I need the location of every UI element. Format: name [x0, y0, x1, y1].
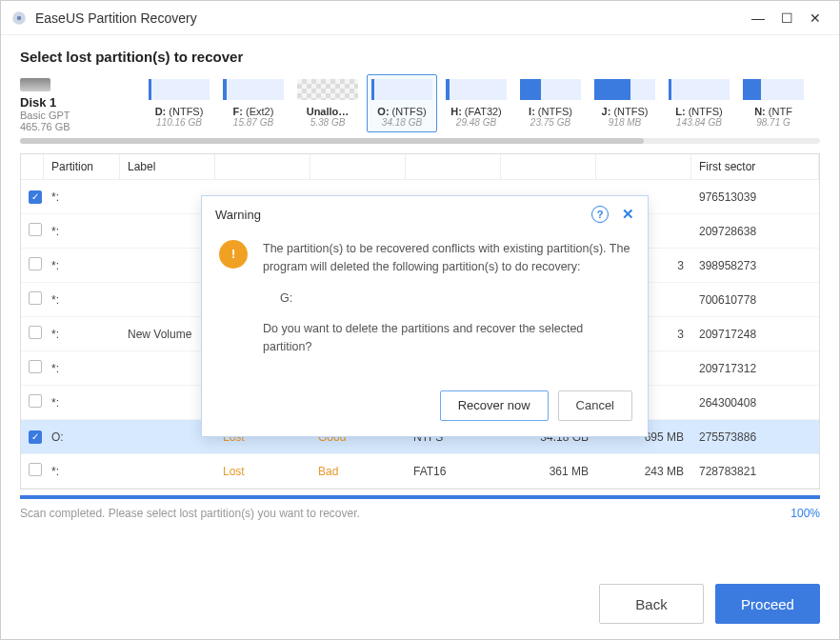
partition-card-label: N: (NTF — [754, 106, 792, 117]
partition-card[interactable]: H: (FAT32)29.48 GB — [441, 74, 511, 132]
status-bar: Scan completed. Please select lost parti… — [1, 499, 839, 520]
row-checkbox[interactable] — [29, 394, 42, 408]
partition-card-size: 110.16 GB — [156, 117, 202, 128]
partition-card-size: 5.38 GB — [310, 117, 346, 128]
partition-card-label: L: (NTFS) — [675, 106, 723, 117]
warning-icon: ! — [219, 240, 248, 269]
th-recoverability[interactable] — [310, 154, 406, 179]
partition-card-size: 15.87 GB — [233, 117, 273, 128]
partition-card-size: 143.84 GB — [676, 117, 722, 128]
svg-point-1 — [17, 15, 22, 20]
dialog-message-2: Do you want to delete the partitions and… — [263, 320, 630, 356]
strip-scrollbar[interactable] — [20, 138, 820, 144]
partition-card-label: Unallo… — [307, 106, 350, 117]
cell-recoverability: Bad — [310, 465, 406, 478]
partition-card[interactable]: I: (NTFS)23.75 GB — [515, 74, 586, 132]
partition-card-label: O: (NTFS) — [377, 106, 426, 117]
maximize-button[interactable]: ☐ — [772, 7, 801, 30]
partition-card[interactable]: L: (NTFS)143.84 GB — [664, 74, 734, 132]
cell-first-sector: 209717312 — [691, 362, 819, 375]
dialog-message-1: The partition(s) to be recovered conflic… — [263, 240, 630, 276]
row-checkbox[interactable] — [29, 360, 42, 373]
row-checkbox[interactable] — [29, 223, 42, 236]
partition-card-label: F: (Ext2) — [233, 106, 274, 117]
th-partition[interactable]: Partition — [44, 154, 120, 179]
row-checkbox[interactable] — [29, 463, 42, 476]
th-first-sector[interactable]: First sector — [691, 154, 819, 179]
warning-dialog: Warning ? ✕ ! The partition(s) to be rec… — [201, 195, 649, 437]
partition-card-label: H: (FAT32) — [450, 106, 502, 117]
cell-used: 243 MB — [596, 465, 691, 478]
cell-partition: O: — [44, 430, 120, 444]
help-icon[interactable]: ? — [591, 206, 609, 223]
th-used[interactable] — [596, 154, 691, 179]
cell-first-sector: 700610778 — [691, 293, 819, 307]
row-checkbox[interactable] — [29, 326, 42, 339]
cell-partition: *: — [44, 362, 120, 375]
partition-card[interactable]: D: (NTFS)110.16 GB — [144, 74, 214, 132]
disk-strip: Disk 1 Basic GPT 465.76 GB D: (NTFS)110.… — [1, 74, 839, 138]
th-label[interactable]: Label — [120, 154, 215, 179]
disk-size: 465.76 GB — [20, 121, 134, 132]
table-row[interactable]: *:LostBadFAT16361 MB243 MB728783821 — [21, 454, 819, 489]
proceed-button[interactable]: Proceed — [715, 584, 820, 624]
cell-first-sector: 209717248 — [691, 328, 819, 341]
th-filesystem[interactable] — [406, 154, 501, 179]
app-title: EaseUS Partition Recovery — [35, 10, 744, 26]
page-heading: Select lost partition(s) to recover — [1, 35, 839, 74]
partition-card[interactable]: J: (NTFS)918 MB — [590, 74, 660, 132]
cell-partition: *: — [44, 293, 120, 307]
cell-partition: *: — [44, 328, 120, 341]
partition-card-label: J: (NTFS) — [602, 106, 649, 117]
partition-card-label: I: (NTFS) — [529, 106, 572, 117]
cell-first-sector: 275573886 — [691, 430, 819, 444]
partition-card-label: D: (NTFS) — [155, 106, 204, 117]
partition-card-size: 918 MB — [609, 117, 641, 128]
cell-first-sector: 264300408 — [691, 396, 819, 410]
row-checkbox[interactable]: ✓ — [29, 430, 42, 444]
partition-card-size: 98.71 G — [756, 117, 790, 128]
th-status[interactable] — [215, 154, 310, 179]
titlebar: EaseUS Partition Recovery — ☐ ✕ — [1, 1, 839, 35]
close-button[interactable]: ✕ — [801, 7, 830, 30]
cell-partition: *: — [44, 396, 120, 410]
disk-name: Disk 1 — [20, 95, 134, 110]
cancel-button[interactable]: Cancel — [558, 390, 632, 421]
minimize-button[interactable]: — — [744, 7, 772, 30]
partition-card-size: 29.48 GB — [456, 117, 496, 128]
table-header: Partition Label First sector — [21, 154, 819, 180]
cell-first-sector: 398958273 — [691, 259, 819, 272]
partition-card[interactable]: N: (NTF98.71 G — [738, 74, 809, 132]
app-icon — [10, 10, 28, 27]
cell-partition: *: — [44, 259, 120, 272]
status-percent: 100% — [790, 507, 820, 520]
row-checkbox[interactable] — [29, 257, 42, 270]
status-text: Scan completed. Please select lost parti… — [20, 507, 360, 520]
cell-partition: *: — [44, 465, 120, 478]
disk-icon — [20, 78, 50, 91]
disk-info: Disk 1 Basic GPT 465.76 GB — [20, 74, 134, 132]
cell-partition: *: — [44, 225, 120, 238]
partition-card-size: 34.18 GB — [382, 117, 422, 128]
dialog-drive-list: G: — [263, 290, 630, 308]
cell-status: Lost — [215, 465, 310, 478]
partition-card-size: 23.75 GB — [530, 117, 570, 128]
cell-filesystem: FAT16 — [406, 465, 501, 478]
partition-card[interactable]: Unallo… 5.38 GB — [292, 74, 363, 132]
partition-card[interactable]: F: (Ext2)15.87 GB — [218, 74, 289, 132]
footer: Back Proceed — [599, 584, 820, 624]
th-capacity[interactable] — [501, 154, 596, 179]
dialog-close-icon[interactable]: ✕ — [622, 206, 634, 223]
row-checkbox[interactable] — [29, 291, 42, 305]
cell-first-sector: 976513039 — [691, 190, 819, 204]
back-button[interactable]: Back — [599, 584, 704, 624]
row-checkbox[interactable]: ✓ — [29, 190, 42, 204]
cell-first-sector: 728783821 — [691, 465, 819, 478]
disk-type: Basic GPT — [20, 110, 134, 121]
dialog-title: Warning — [215, 208, 261, 222]
cell-first-sector: 209728638 — [691, 225, 819, 238]
cell-capacity: 361 MB — [501, 465, 596, 478]
recover-now-button[interactable]: Recover now — [440, 390, 549, 421]
cell-partition: *: — [44, 190, 120, 204]
partition-card[interactable]: O: (NTFS)34.18 GB — [367, 74, 437, 132]
